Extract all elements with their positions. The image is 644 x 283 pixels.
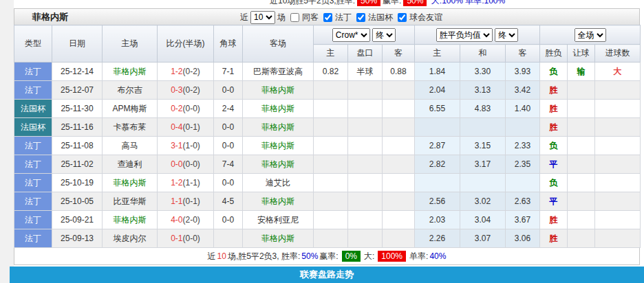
cell-result: 胜 — [540, 118, 568, 137]
cell-home-team[interactable]: 卡慕布莱 — [103, 118, 158, 137]
avg-odds-select[interactable]: 胜平负均值 — [436, 28, 493, 42]
cell-home-team[interactable]: 菲格内斯 — [103, 63, 158, 81]
left-gutter — [0, 0, 14, 283]
league-type-badge: 法丁 — [14, 229, 52, 248]
team-history-panel: 菲格内斯 近 10 场 同客 法丁 法国杯 球会友谊 类型 日 — [14, 8, 640, 265]
league-type-badge: 法丁 — [14, 63, 52, 81]
filter-controls: 近 10 场 同客 法丁 法国杯 球会友谊 — [240, 9, 442, 25]
cell-away-team[interactable]: 菲格内斯 — [243, 100, 314, 118]
cell-score: 1-1(0-1) — [158, 192, 214, 211]
cell-result: 胜 — [540, 100, 568, 118]
cell-crow-line: 半球 — [348, 63, 383, 81]
cell-home-team[interactable]: 菲格内斯 — [103, 174, 158, 192]
clip-mid: 赢率: — [383, 0, 401, 5]
cell-crow-home-odds — [314, 192, 348, 211]
cell-goals-result — [595, 137, 641, 155]
col-header-crow-home: 主 — [314, 45, 348, 63]
cell-handicap-result: 输 — [568, 63, 595, 81]
cell-crow-home-odds — [314, 155, 348, 174]
cell-crow-away-odds — [383, 192, 415, 211]
league-faguobei-label: 法国杯 — [368, 12, 393, 23]
cell-avg-draw-odds: 3.17 — [460, 155, 506, 174]
cell-avg-away-odds: 3.06 — [506, 229, 540, 248]
cell-away-team[interactable]: 迪艾比 — [243, 174, 314, 192]
cell-avg-draw-odds: 4.83 — [460, 100, 506, 118]
table-row: 法丁 25-10-19 菲格内斯 1-2(1-1) 0-0 迪艾比 负 — [14, 174, 641, 192]
cell-home-team[interactable]: 布尔吉 — [103, 81, 158, 100]
bookmaker-final-select[interactable]: 终 — [372, 28, 396, 42]
clip-prefix: 近10场胜5平2负3,胜率: — [270, 0, 355, 5]
cell-date: 25-11-08 — [52, 137, 103, 155]
cell-home-team[interactable]: 埃皮内尔 — [103, 229, 158, 248]
cell-home-team[interactable]: 查迪利 — [103, 155, 158, 174]
avg-final-select[interactable]: 终 — [495, 28, 518, 42]
cell-result: 胜 — [540, 211, 568, 229]
cell-crow-away-odds — [383, 118, 415, 137]
league-type-badge: 法丁 — [14, 192, 52, 211]
cell-crow-line — [348, 118, 383, 137]
cell-crow-home-odds — [314, 211, 348, 229]
cell-score: 0-3(0-2) — [158, 81, 214, 100]
col-header-handicap: 让球 — [568, 45, 595, 63]
cell-result: 负 — [540, 63, 568, 81]
cell-crow-home-odds — [314, 229, 348, 248]
bookmaker-select[interactable]: Crow* — [332, 28, 370, 42]
cell-score: 0-2(0-0) — [158, 100, 214, 118]
cell-avg-away-odds: 3.42 — [506, 81, 540, 100]
cell-away-team[interactable]: 安格利亚尼 — [243, 211, 314, 229]
clip-suffix: 大:100% 单率:100% — [431, 0, 505, 5]
cell-goals-result — [595, 174, 641, 192]
stats-winrate: 50% — [301, 251, 318, 261]
stats-single-rate: 40% — [429, 251, 446, 261]
cell-away-team[interactable]: 巴斯蒂亚波高 — [243, 63, 314, 81]
scope-select[interactable]: 全场 — [575, 28, 606, 42]
stats-profit-label: 赢率: — [319, 251, 338, 262]
table-row: 法丁 25-09-21 菲格内斯 4-0(2-0) 0-0 安格利亚尼 2.03… — [14, 211, 641, 229]
table-row: 法丁 25-11-02 查迪利 0-0(0-0) 7-4 菲格内斯 2.82 3… — [14, 155, 641, 174]
league-trend-bar[interactable]: 联赛盘路走势 — [10, 267, 644, 283]
league-type-badge: 法丁 — [14, 174, 52, 192]
cell-score: 0-0(0-0) — [158, 155, 214, 174]
table-row: 法丁 25-12-07 布尔吉 0-3(0-2) 0-0 菲格内斯 2.04 3… — [14, 81, 641, 100]
cell-avg-away-odds: 2.33 — [506, 137, 540, 155]
cell-home-team[interactable]: 菲格内斯 — [103, 211, 158, 229]
cell-away-team[interactable]: 菲格内斯 — [243, 155, 314, 174]
col-header-avg-home: 主 — [415, 45, 460, 63]
cell-handicap-result — [568, 174, 595, 192]
cell-home-team[interactable]: 比亚华斯 — [103, 192, 158, 211]
cell-result: 负 — [540, 137, 568, 155]
col-header-away: 客场 — [243, 25, 314, 63]
league-faguobei-checkbox[interactable] — [356, 13, 365, 22]
table-row: 法丁 25-10-05 比亚华斯 1-1(0-1) 4-5 菲格内斯 2.56 … — [14, 192, 641, 211]
cell-home-team[interactable]: APM梅斯 — [103, 100, 158, 118]
cell-crow-away-odds: 0.88 — [383, 63, 415, 81]
same-away-checkbox[interactable] — [290, 13, 299, 22]
cell-avg-home-odds: 2.82 — [415, 155, 460, 174]
cell-score: 4-0(2-0) — [158, 211, 214, 229]
league-fading-checkbox[interactable] — [323, 13, 332, 22]
cell-avg-draw-odds — [460, 174, 506, 192]
league-friendly-checkbox[interactable] — [398, 13, 407, 22]
league-type-badge: 法丁 — [14, 81, 52, 100]
cell-crow-away-odds — [383, 211, 415, 229]
bookmaker-header-cell: Crow* 终 — [314, 25, 415, 45]
cell-corner: 0-0 — [214, 81, 243, 100]
table-row: 法国杯 25-11-16 卡慕布莱 0-4(0-1) 0-0 菲格内斯 胜 — [14, 118, 641, 137]
stats-single-label: 单率: — [409, 251, 428, 262]
cell-result: 胜 — [540, 229, 568, 248]
recent-count-select[interactable]: 10 — [250, 11, 275, 24]
cell-away-team[interactable]: 菲格内斯 — [243, 118, 314, 137]
cell-home-team[interactable]: 高马 — [103, 137, 158, 155]
cell-date: 25-10-19 — [52, 174, 103, 192]
cell-crow-home-odds — [314, 100, 348, 118]
cell-away-team[interactable]: 菲格内斯 — [243, 81, 314, 100]
league-type-badge: 法丁 — [14, 211, 52, 229]
cell-handicap-result — [568, 192, 595, 211]
cell-handicap-result — [568, 155, 595, 174]
cell-away-team[interactable]: 菲格内斯 — [243, 137, 314, 155]
cell-away-team[interactable]: 菲格内斯 — [243, 229, 314, 248]
clipped-stats-line: 近10场胜5平2负3,胜率:50%赢率:50% 大:100% 单率:100% — [14, 0, 644, 8]
cell-crow-line — [348, 81, 383, 100]
cell-away-team[interactable]: 菲格内斯 — [243, 192, 314, 211]
cell-result: 平 — [540, 155, 568, 174]
